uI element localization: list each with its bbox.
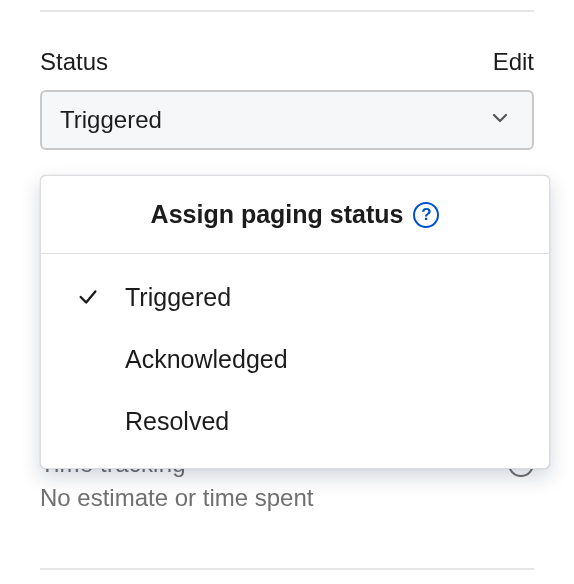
status-field-header: Status Edit: [40, 48, 534, 76]
chevron-down-icon: [490, 108, 510, 132]
dropdown-option-triggered[interactable]: Triggered: [41, 266, 549, 328]
edit-button[interactable]: Edit: [493, 48, 534, 76]
section-divider-bottom: [40, 568, 534, 570]
status-select[interactable]: Triggered: [40, 90, 534, 150]
dropdown-option-label: Acknowledged: [125, 345, 288, 374]
help-icon[interactable]: ?: [413, 202, 439, 228]
time-tracking-value: No estimate or time spent: [40, 484, 534, 512]
status-label: Status: [40, 48, 108, 76]
dropdown-option-acknowledged[interactable]: Acknowledged: [41, 328, 549, 390]
status-dropdown: Assign paging status ? Triggered Acknowl…: [40, 175, 550, 469]
check-icon: [77, 286, 125, 308]
status-select-value: Triggered: [60, 106, 162, 134]
dropdown-title: Assign paging status: [151, 200, 404, 229]
dropdown-option-label: Resolved: [125, 407, 229, 436]
section-divider-top: [40, 10, 534, 12]
dropdown-list: Triggered Acknowledged Resolved: [41, 254, 549, 468]
dropdown-header: Assign paging status ?: [41, 176, 549, 254]
dropdown-option-resolved[interactable]: Resolved: [41, 390, 549, 452]
dropdown-option-label: Triggered: [125, 283, 231, 312]
